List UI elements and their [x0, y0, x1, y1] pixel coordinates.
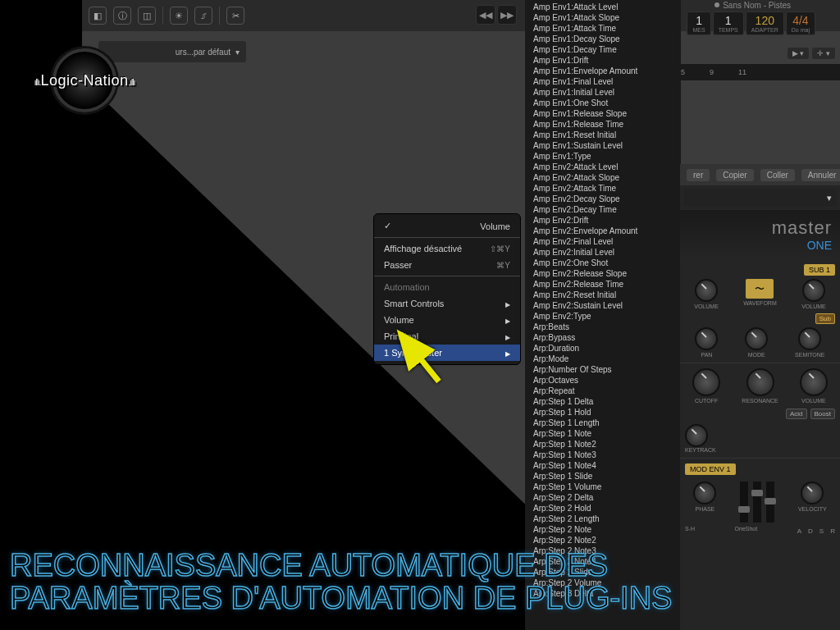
- boost-tag[interactable]: Boost: [810, 409, 835, 419]
- inspector-icon[interactable]: ⓘ: [113, 7, 131, 25]
- parameter-item[interactable]: Arp:Step 1 Note: [525, 428, 681, 439]
- parameter-item[interactable]: Amp Env2:Envelope Amount: [525, 226, 681, 236]
- menu-separator: [374, 276, 520, 276]
- mode-knob[interactable]: [745, 327, 768, 350]
- parameter-item[interactable]: Amp Env2:Type: [525, 311, 681, 322]
- forward-button[interactable]: ▶▶: [497, 5, 517, 25]
- parameter-item[interactable]: Amp Env2:Decay Slope: [525, 194, 681, 204]
- parameter-item[interactable]: Arp:Beats: [525, 322, 681, 332]
- parameter-item[interactable]: Arp:Mode: [525, 354, 681, 364]
- parameter-item[interactable]: Amp Env1:Attack Slope: [525, 12, 681, 23]
- parameter-item[interactable]: Amp Env1:Decay Slope: [525, 34, 681, 44]
- parameter-item[interactable]: Amp Env1:Attack Time: [525, 23, 681, 34]
- acid-tag[interactable]: Acid: [786, 409, 807, 419]
- parameter-item[interactable]: Amp Env2:Release Time: [525, 279, 681, 290]
- rewind-button[interactable]: ◀◀: [476, 5, 495, 25]
- compare-button[interactable]: rer: [687, 169, 710, 181]
- paste-button[interactable]: Coller: [760, 169, 795, 181]
- mixer-icon[interactable]: ⎎: [194, 7, 212, 25]
- parameter-item[interactable]: Arp:Bypass: [525, 332, 681, 343]
- pan-knob[interactable]: [695, 327, 718, 350]
- parameter-item[interactable]: Amp Env2:Sustain Level: [525, 300, 681, 311]
- parameter-item[interactable]: Amp Env1:Release Time: [525, 119, 681, 130]
- parameter-item[interactable]: Arp:Step 2 Note2: [525, 535, 681, 546]
- parameter-item[interactable]: Arp:Repeat: [525, 386, 681, 396]
- fader[interactable]: [766, 482, 774, 523]
- parameter-item[interactable]: Amp Env2:Reset Initial: [525, 290, 681, 300]
- preset-selector[interactable]: ▾: [683, 189, 837, 207]
- parameter-item[interactable]: Amp Env2:Decay Time: [525, 204, 681, 215]
- parameter-item[interactable]: Amp Env2:Initial Level: [525, 247, 681, 258]
- fader[interactable]: [753, 482, 761, 523]
- parameter-item[interactable]: Arp:Octaves: [525, 375, 681, 386]
- menu-volume[interactable]: Volume: [374, 217, 520, 235]
- parameter-item[interactable]: Amp Env1:One Shot: [525, 98, 681, 108]
- smart-controls-icon[interactable]: ☀: [170, 7, 188, 25]
- menu-display-off[interactable]: Affichage désactivé⇧⌘Y: [374, 240, 520, 257]
- bar-counter[interactable]: 1MES: [687, 11, 710, 35]
- cutoff-knob[interactable]: [692, 368, 720, 396]
- semitone-knob[interactable]: [798, 327, 821, 350]
- undo-button[interactable]: Annuler: [801, 169, 840, 181]
- parameter-item[interactable]: Arp:Step 1 Note2: [525, 439, 681, 450]
- volume-knob[interactable]: [802, 279, 825, 302]
- parameter-item[interactable]: Amp Env1:Sustain Level: [525, 140, 681, 151]
- keytrack-knob[interactable]: [685, 424, 708, 447]
- menu-pass[interactable]: Passer⌘Y: [374, 257, 520, 273]
- parameter-item[interactable]: Arp:Step 1 Note4: [525, 460, 681, 471]
- parameter-item[interactable]: Arp:Step 1 Delta: [525, 396, 681, 407]
- logo: ıllı.Logic-Nation.ıllı: [15, 48, 154, 113]
- scissors-icon[interactable]: ✂: [226, 7, 244, 25]
- pointer-tool[interactable]: ▶ ▾: [788, 48, 810, 59]
- ruler[interactable]: 5 9 11: [676, 64, 840, 80]
- parameter-item[interactable]: Amp Env2:Attack Slope: [525, 172, 681, 183]
- volume-knob[interactable]: [800, 368, 828, 396]
- parameter-item[interactable]: Amp Env2:Release Slope: [525, 268, 681, 279]
- parameter-item[interactable]: Arp:Step 2 Delta: [525, 492, 681, 503]
- phase-knob[interactable]: [693, 482, 716, 504]
- parameter-item[interactable]: Amp Env1:Decay Time: [525, 44, 681, 55]
- parameter-item[interactable]: Amp Env1:Initial Level: [525, 87, 681, 98]
- parameter-item[interactable]: Amp Env1:Type: [525, 151, 681, 162]
- parameter-item[interactable]: Amp Env2:Drift: [525, 215, 681, 226]
- parameter-item[interactable]: Amp Env1:Attack Level: [525, 2, 681, 12]
- signature-counter[interactable]: 4/4Do maj: [786, 11, 815, 35]
- parameter-item[interactable]: Amp Env1:Reset Initial: [525, 130, 681, 140]
- fader[interactable]: [740, 482, 748, 523]
- tempo-counter[interactable]: 120ADAPTER: [746, 11, 784, 35]
- parameter-item[interactable]: Amp Env1:Release Slope: [525, 108, 681, 119]
- menu-smart-controls[interactable]: Smart Controls: [374, 295, 520, 312]
- menu-volume-sub[interactable]: Volume: [374, 312, 520, 328]
- parameter-item[interactable]: Arp:Step 1 Length: [525, 418, 681, 428]
- parameter-item[interactable]: Arp:Step 1 Hold: [525, 407, 681, 418]
- volume-knob[interactable]: [695, 279, 718, 302]
- beat-counter[interactable]: 1TEMPS: [713, 11, 744, 35]
- parameter-item[interactable]: Arp:Step 1 Volume: [525, 482, 681, 492]
- toolbar-icon[interactable]: ◫: [138, 7, 156, 25]
- parameter-item[interactable]: Amp Env1:Envelope Amount: [525, 66, 681, 76]
- oneshot-label: OneShot: [735, 526, 758, 535]
- resonance-knob[interactable]: [746, 368, 774, 396]
- menu-principal[interactable]: Principal: [374, 328, 520, 345]
- sub-tag[interactable]: Sub: [815, 313, 835, 324]
- marquee-tool[interactable]: ✛ ▾: [812, 48, 835, 59]
- menu-synthmaster[interactable]: 1 SynthMaster: [374, 345, 520, 361]
- copy-button[interactable]: Copier: [716, 169, 753, 181]
- velocity-knob[interactable]: [801, 482, 824, 504]
- parameter-item[interactable]: Amp Env2:One Shot: [525, 258, 681, 268]
- parameter-item[interactable]: Arp:Step 1 Slide: [525, 471, 681, 482]
- library-icon[interactable]: ◧: [89, 7, 107, 25]
- parameter-item[interactable]: Amp Env1:Drift: [525, 55, 681, 66]
- parameter-item[interactable]: Amp Env2:Attack Level: [525, 162, 681, 172]
- parameter-item[interactable]: Amp Env2:Final Level: [525, 236, 681, 247]
- waveform-display[interactable]: 〜: [746, 279, 774, 299]
- parameter-item[interactable]: Arp:Number Of Steps: [525, 364, 681, 375]
- parameter-item[interactable]: Arp:Step 2 Hold: [525, 503, 681, 514]
- parameter-item[interactable]: Arp:Step 1 Note3: [525, 450, 681, 460]
- preset-text: urs...par défaut: [176, 48, 231, 57]
- parameter-item[interactable]: Amp Env1:Final Level: [525, 76, 681, 87]
- parameter-item[interactable]: Arp:Step 2 Note: [525, 524, 681, 535]
- parameter-item[interactable]: Arp:Duration: [525, 343, 681, 354]
- parameter-item[interactable]: Arp:Step 2 Length: [525, 514, 681, 524]
- parameter-item[interactable]: Amp Env2:Attack Time: [525, 183, 681, 194]
